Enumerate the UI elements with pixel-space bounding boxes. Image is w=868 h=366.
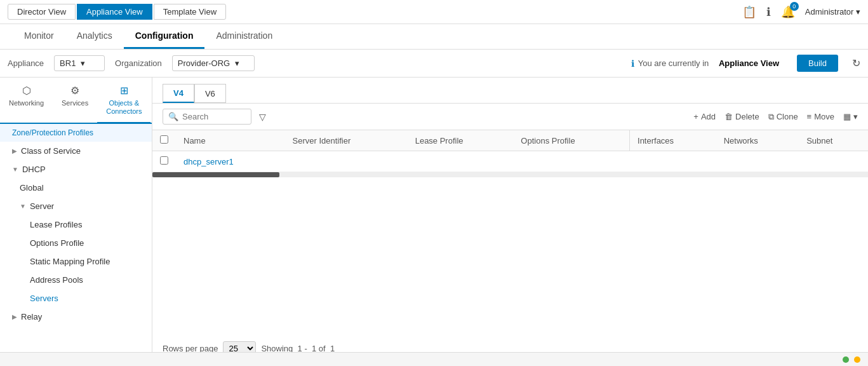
content-area: V4 V6 🔍 ▽ + Add 🗑 Delete ⧉ [152,78,868,361]
status-bar [0,352,868,366]
tree-item-lease-profiles[interactable]: Lease Profiles [0,215,152,234]
row-checkbox-cell [152,151,176,172]
delete-icon: 🗑 [724,112,733,121]
main-layout: ⬡ Networking ⚙ Services ⊞ Objects &Conne… [0,78,868,361]
tab-v4[interactable]: V4 [163,84,194,103]
plus-icon: + [693,112,698,121]
grid-view-button[interactable]: ▦ ▾ [843,112,858,121]
col-interfaces: Interfaces [630,130,716,151]
appliance-view-tab[interactable]: Appliance View [77,4,152,20]
add-label: Add [701,112,716,121]
tree-item-options-profile[interactable]: Options Profile [0,234,152,252]
template-view-tab[interactable]: Template View [154,4,226,20]
clone-button[interactable]: ⧉ Clone [768,112,798,122]
tree-item-global[interactable]: Global [0,179,152,197]
org-label: Organization [115,58,162,68]
row-interfaces [630,151,716,172]
tree-item-label: DHCP [22,165,46,174]
objects-connectors-label: Objects &Connectors [106,99,142,116]
top-bar: Director View Appliance View Template Vi… [0,0,868,24]
col-options-profile: Options Profile [513,130,629,151]
appliance-bar: Appliance BR1 ▾ Organization Provider-OR… [0,50,868,78]
tree-item-class-of-service[interactable]: ▶ Class of Service [0,142,152,160]
tab-v6[interactable]: V6 [194,84,226,103]
networking-label: Networking [9,99,44,107]
tree-item-server[interactable]: ▼ Server [0,197,152,215]
select-all-header [152,130,176,151]
move-label: Move [814,112,834,121]
build-button[interactable]: Build [797,55,838,72]
chevron-down-icon2: ▾ [235,58,239,68]
tab-administration[interactable]: Administration [204,24,284,49]
toolbar: 🔍 ▽ + Add 🗑 Delete ⧉ Clone ≡ [152,104,868,130]
sidebar-item-services[interactable]: ⚙ Services [53,78,97,124]
tree-item-label: Relay [21,312,42,322]
search-box: 🔍 [163,109,251,125]
select-all-checkbox[interactable] [160,135,168,144]
tree-item-label: Address Pools [30,275,83,285]
tree-item-address-pools[interactable]: Address Pools [0,271,152,289]
appliance-select[interactable]: BR1 ▾ [54,55,105,71]
networking-icon: ⬡ [20,84,33,97]
status-dot-yellow [854,356,860,363]
tree-item-label: Servers [30,294,58,303]
arrow-icon: ▼ [12,166,18,173]
row-checkbox[interactable] [160,156,168,165]
view-tabs: Director View Appliance View Template Vi… [8,4,226,20]
data-table: Name Server Identifier Lease Profile Opt… [152,130,868,172]
version-tabs: V4 V6 [152,78,868,104]
horizontal-scrollbar[interactable] [152,172,868,177]
move-icon: ≡ [807,112,812,121]
tree-item-label: Lease Profiles [30,220,82,229]
row-name: dhcp_server1 [176,151,285,172]
arrow-icon: ▼ [20,203,26,210]
tree-item-relay[interactable]: ▶ Relay [0,308,152,326]
services-label: Services [62,99,88,107]
tree-item-dhcp[interactable]: ▼ DHCP [0,160,152,179]
add-button[interactable]: + Add [693,112,716,121]
tree-item-label: Static Mapping Profile [30,257,110,266]
clipboard-icon[interactable]: 📋 [742,5,756,19]
appliance-value: BR1 [60,58,76,68]
tab-analytics[interactable]: Analytics [65,24,124,49]
refresh-icon[interactable]: ↻ [852,57,860,69]
row-options-profile [513,151,629,172]
director-view-tab[interactable]: Director View [8,4,76,20]
row-subnet [799,151,868,172]
sidebar-item-objects-connectors[interactable]: ⊞ Objects &Connectors [97,78,150,124]
move-button[interactable]: ≡ Move [807,112,834,121]
tab-configuration[interactable]: Configuration [124,24,205,49]
sidebar: ⬡ Networking ⚙ Services ⊞ Objects &Conne… [0,78,152,361]
row-lease-profile [408,151,514,172]
search-input[interactable] [182,112,246,121]
tree-item-label: Server [30,201,54,211]
org-select[interactable]: Provider-ORG ▾ [172,55,255,71]
row-name-link[interactable]: dhcp_server1 [184,157,234,166]
chevron-down-icon: ▾ [81,58,85,68]
tree-item-static-mapping-profile[interactable]: Static Mapping Profile [0,252,152,271]
toolbar-right: + Add 🗑 Delete ⧉ Clone ≡ Move ▦ ▾ [693,112,858,122]
tab-monitor[interactable]: Monitor [13,24,65,49]
tree-item-label: Class of Service [21,146,81,156]
tree-item-zone-protection[interactable]: Zone/Protection Profiles [0,124,152,142]
nav-tabs: Monitor Analytics Configuration Administ… [0,24,868,50]
tree-item-servers[interactable]: Servers [0,289,152,308]
chevron-down-icon3: ▾ [853,112,858,121]
admin-menu[interactable]: Administrator [805,7,860,17]
clone-label: Clone [777,112,798,121]
delete-button[interactable]: 🗑 Delete [724,112,759,121]
sidebar-tree: Zone/Protection Profiles ▶ Class of Serv… [0,124,152,361]
table-row: dhcp_server1 [152,151,868,172]
delete-label: Delete [735,112,759,121]
info-icon[interactable]: ℹ [766,5,771,19]
bell-icon[interactable]: 🔔 0 [781,5,795,19]
top-icons: 📋 ℹ 🔔 0 Administrator [742,5,860,19]
notification-badge: 0 [790,2,799,11]
sidebar-item-networking[interactable]: ⬡ Networking [0,78,53,124]
col-lease-profile: Lease Profile [408,130,514,151]
scrollbar-thumb[interactable] [152,172,279,177]
filter-icon[interactable]: ▽ [259,112,266,122]
row-networks [716,151,799,172]
arrow-icon: ▶ [12,147,17,154]
tree-item-label: Options Profile [30,238,84,248]
